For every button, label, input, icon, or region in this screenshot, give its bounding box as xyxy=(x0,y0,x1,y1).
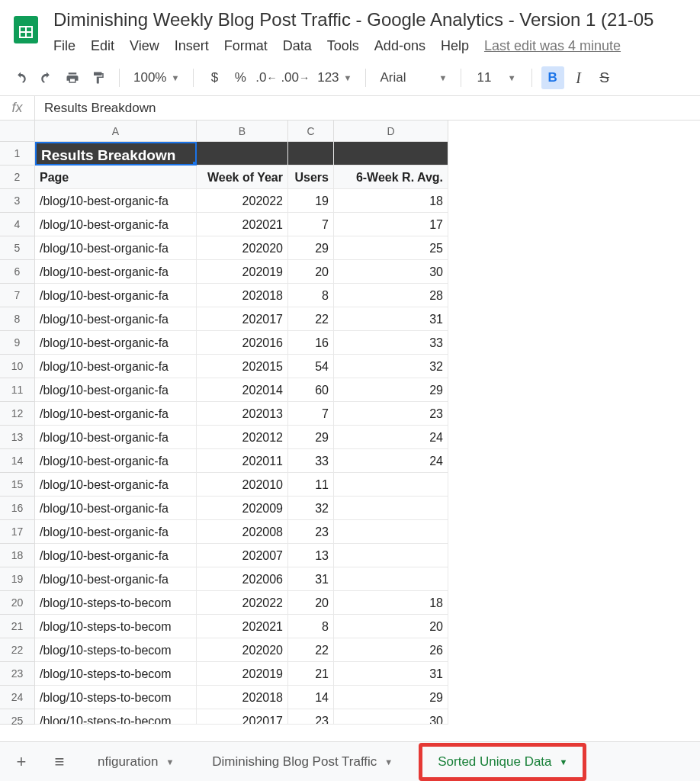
font-size-dropdown[interactable]: 11 ▼ xyxy=(470,66,522,89)
row-header[interactable]: 9 xyxy=(0,331,35,355)
cell-week[interactable]: 202018 xyxy=(197,686,288,709)
cell-avg[interactable]: 24 xyxy=(334,426,448,449)
cell-users[interactable]: 23 xyxy=(288,709,334,725)
cell-page[interactable]: /blog/10-best-organic-fa xyxy=(35,355,197,378)
row-header[interactable]: 19 xyxy=(0,567,35,591)
cell-users[interactable]: 8 xyxy=(288,615,334,638)
cell-avg[interactable] xyxy=(334,520,448,544)
cell-week[interactable]: 202010 xyxy=(197,473,288,497)
cell-week[interactable]: 202022 xyxy=(197,189,288,213)
decrease-decimal-button[interactable]: .0← xyxy=(255,66,278,89)
percent-button[interactable]: % xyxy=(229,66,252,89)
cell-a1-selected[interactable]: Results Breakdown xyxy=(35,142,197,166)
cell-page[interactable]: /blog/10-best-organic-fa xyxy=(35,331,197,355)
row-header[interactable]: 7 xyxy=(0,284,35,307)
fx-icon[interactable]: fx xyxy=(0,96,35,120)
cell-users[interactable]: 60 xyxy=(288,378,334,402)
select-all-corner[interactable] xyxy=(0,121,35,142)
cell-avg[interactable] xyxy=(334,473,448,497)
cell-users[interactable]: 23 xyxy=(288,520,334,544)
cell-avg[interactable] xyxy=(334,497,448,520)
zoom-dropdown[interactable]: 100%▼ xyxy=(129,66,184,89)
cell-avg[interactable]: 33 xyxy=(334,331,448,355)
cell-avg[interactable]: 30 xyxy=(334,709,448,725)
cell-week[interactable]: 202017 xyxy=(197,307,288,331)
menu-help[interactable]: Help xyxy=(441,38,469,54)
cell-week[interactable]: 202013 xyxy=(197,402,288,426)
document-title[interactable]: Diminishing Weekly Blog Post Traffic - G… xyxy=(53,6,691,31)
cell-page[interactable]: /blog/10-best-organic-fa xyxy=(35,497,197,520)
cell-page[interactable]: /blog/10-best-organic-fa xyxy=(35,426,197,449)
number-format-dropdown[interactable]: 123▼ xyxy=(313,66,356,89)
cell-page[interactable]: /blog/10-best-organic-fa xyxy=(35,213,197,236)
cell-page[interactable]: /blog/10-best-organic-fa xyxy=(35,189,197,213)
cell-page[interactable]: /blog/10-best-organic-fa xyxy=(35,307,197,331)
sheet-tab-configuration[interactable]: nfiguration▼ xyxy=(85,748,186,776)
cell-avg[interactable]: 29 xyxy=(334,686,448,709)
last-edit-link[interactable]: Last edit was 4 minute xyxy=(484,38,621,54)
cell-page[interactable]: /blog/10-best-organic-fa xyxy=(35,378,197,402)
sheets-logo[interactable] xyxy=(9,6,43,49)
header-users[interactable]: Users xyxy=(288,166,334,189)
menu-addons[interactable]: Add-ons xyxy=(374,38,425,54)
row-header[interactable]: 16 xyxy=(0,497,35,520)
currency-button[interactable]: $ xyxy=(203,66,226,89)
cell-users[interactable]: 29 xyxy=(288,426,334,449)
cell[interactable] xyxy=(334,142,448,166)
cell-avg[interactable]: 18 xyxy=(334,189,448,213)
cell-week[interactable]: 202021 xyxy=(197,213,288,236)
menu-format[interactable]: Format xyxy=(224,38,268,54)
cell-avg[interactable]: 31 xyxy=(334,662,448,686)
row-header[interactable]: 23 xyxy=(0,662,35,686)
row-header[interactable]: 4 xyxy=(0,213,35,236)
cell-avg[interactable]: 26 xyxy=(334,638,448,662)
menu-insert[interactable]: Insert xyxy=(175,38,209,54)
row-header[interactable]: 10 xyxy=(0,355,35,378)
cell-users[interactable]: 8 xyxy=(288,284,334,307)
cell[interactable] xyxy=(197,142,288,166)
cell-week[interactable]: 202008 xyxy=(197,520,288,544)
cell-week[interactable]: 202015 xyxy=(197,355,288,378)
cell-page[interactable]: /blog/10-steps-to-becom xyxy=(35,662,197,686)
cell-avg[interactable]: 18 xyxy=(334,591,448,615)
row-header[interactable]: 1 xyxy=(0,142,35,166)
cell-users[interactable]: 22 xyxy=(288,307,334,331)
cell-avg[interactable]: 25 xyxy=(334,236,448,260)
italic-button[interactable]: I xyxy=(567,66,590,89)
menu-tools[interactable]: Tools xyxy=(327,38,359,54)
row-header[interactable]: 17 xyxy=(0,520,35,544)
undo-button[interactable] xyxy=(9,66,32,89)
row-header[interactable]: 18 xyxy=(0,544,35,567)
row-header[interactable]: 2 xyxy=(0,166,35,189)
cell-page[interactable]: /blog/10-best-organic-fa xyxy=(35,544,197,567)
row-header[interactable]: 15 xyxy=(0,473,35,497)
cell-week[interactable]: 202007 xyxy=(197,544,288,567)
header-page[interactable]: Page xyxy=(35,166,197,189)
cell-users[interactable]: 13 xyxy=(288,544,334,567)
row-header[interactable]: 24 xyxy=(0,686,35,709)
row-header[interactable]: 3 xyxy=(0,189,35,213)
menu-view[interactable]: View xyxy=(130,38,159,54)
cell-week[interactable]: 202014 xyxy=(197,378,288,402)
cell-week[interactable]: 202022 xyxy=(197,591,288,615)
cell-avg[interactable]: 29 xyxy=(334,378,448,402)
cell-users[interactable]: 22 xyxy=(288,638,334,662)
cell-week[interactable]: 202020 xyxy=(197,236,288,260)
row-header[interactable]: 8 xyxy=(0,307,35,331)
col-header-d[interactable]: D xyxy=(334,121,448,142)
row-header[interactable]: 20 xyxy=(0,591,35,615)
formula-input[interactable]: Results Breakdown xyxy=(35,101,156,116)
row-header[interactable]: 22 xyxy=(0,638,35,662)
cell-users[interactable]: 19 xyxy=(288,189,334,213)
cell-avg[interactable]: 28 xyxy=(334,284,448,307)
cell-page[interactable]: /blog/10-best-organic-fa xyxy=(35,449,197,473)
font-dropdown[interactable]: Arial▼ xyxy=(375,66,451,89)
cell-week[interactable]: 202012 xyxy=(197,426,288,449)
menu-file[interactable]: File xyxy=(53,38,75,54)
cell-avg[interactable]: 32 xyxy=(334,355,448,378)
row-header[interactable]: 14 xyxy=(0,449,35,473)
cell-users[interactable]: 21 xyxy=(288,662,334,686)
sheet-tab-sorted-unique-data[interactable]: Sorted Unique Data▼ xyxy=(433,751,572,773)
row-header[interactable]: 6 xyxy=(0,260,35,284)
cell-week[interactable]: 202006 xyxy=(197,567,288,591)
